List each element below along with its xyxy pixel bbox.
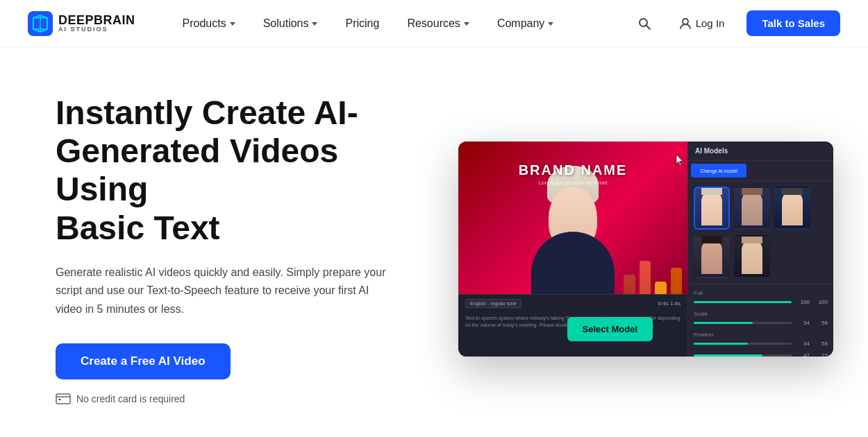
mockup-brand-name: BRAND NAME — [519, 162, 628, 178]
chevron-down-icon — [312, 22, 317, 26]
brand-name: DEEPBRAIN — [58, 14, 135, 26]
position-y-slider[interactable] — [694, 354, 792, 357]
mouse-cursor-icon — [676, 154, 684, 166]
position-x-slider[interactable] — [694, 343, 792, 345]
model-thumb-1[interactable] — [694, 187, 730, 230]
svg-line-2 — [646, 26, 650, 29]
nav-solutions[interactable]: Solutions — [249, 0, 332, 47]
model-thumb-2[interactable] — [734, 187, 770, 230]
model-thumb-3[interactable] — [774, 187, 810, 230]
hero-subtext: Generate realistic AI videos quickly and… — [56, 264, 389, 318]
search-icon — [637, 17, 651, 31]
scale-slider[interactable] — [694, 322, 792, 324]
select-model-button[interactable]: Select Model — [567, 317, 653, 341]
hero-heading: Instantly Create AI- Generated Videos Us… — [56, 94, 417, 247]
hero-content: Instantly Create AI- Generated Videos Us… — [56, 94, 417, 404]
brand-overlay: BRAND NAME Lorem ipsum dolor sit a met — [519, 162, 628, 186]
nav-resources[interactable]: Resources — [393, 0, 483, 47]
product-screenshot: BRAND NAME Lorem ipsum dolor sit a met — [458, 142, 833, 357]
nav-products[interactable]: Products — [169, 0, 249, 47]
control-label-scale: Scale — [694, 311, 828, 317]
nav-pricing[interactable]: Pricing — [331, 0, 393, 47]
search-button[interactable] — [632, 11, 657, 36]
login-button[interactable]: Log In — [668, 12, 736, 35]
time-indicator: 0:4s 1:4s — [658, 300, 681, 307]
model-thumb-4[interactable] — [694, 235, 730, 278]
control-label-position: Position — [694, 332, 828, 338]
navbar: DEEPBRAIN AI STUDIOS Products Solutions … — [0, 0, 868, 47]
create-free-video-button[interactable]: Create a Free AI Video — [56, 343, 231, 379]
chevron-down-icon — [464, 22, 469, 26]
model-row-2 — [694, 235, 828, 278]
timeline-controls: English - regular tone 0:4s 1:4s — [458, 295, 687, 312]
no-card-notice: No credit card is required — [56, 393, 417, 404]
hero-mockup: BRAND NAME Lorem ipsum dolor sit a met — [458, 142, 833, 357]
model-row-1 — [694, 187, 828, 230]
logo-icon — [28, 11, 53, 36]
control-label-full: Full — [694, 290, 828, 296]
nav-right: Log In Talk to Sales — [632, 10, 840, 36]
chevron-down-icon — [230, 22, 235, 26]
nav-company[interactable]: Company — [483, 0, 567, 47]
model-thumbnails — [688, 181, 833, 284]
video-preview: BRAND NAME Lorem ipsum dolor sit a met — [458, 142, 687, 357]
full-slider[interactable] — [694, 301, 792, 303]
control-position-y: 47 23 — [694, 352, 828, 357]
svg-rect-6 — [58, 399, 61, 400]
panel-title: AI Models — [688, 142, 833, 161]
language-badge: English - regular tone — [465, 299, 521, 308]
control-scale: 34 56 — [694, 320, 828, 326]
nav-links: Products Solutions Pricing Resources Com… — [169, 0, 632, 47]
panel-tool-1[interactable]: Change AI model — [691, 164, 746, 178]
control-position-x: 34 56 — [694, 341, 828, 347]
ai-models-panel: AI Models Change AI model — [687, 142, 833, 357]
mockup-brand-sub: Lorem ipsum dolor sit a met — [519, 180, 628, 186]
brand-sub: AI STUDIOS — [58, 26, 135, 33]
model-thumb-5[interactable] — [734, 235, 770, 278]
talk-to-sales-button[interactable]: Talk to Sales — [746, 10, 840, 36]
panel-toolbar: Change AI model — [688, 161, 833, 181]
svg-point-3 — [683, 19, 688, 24]
panel-controls: Full 100 100 Scale 34 — [688, 284, 833, 357]
user-icon — [679, 17, 692, 30]
hero-section: Instantly Create AI- Generated Videos Us… — [0, 47, 868, 437]
logo[interactable]: DEEPBRAIN AI STUDIOS — [28, 11, 135, 36]
credit-card-icon — [56, 393, 71, 404]
svg-rect-4 — [56, 394, 70, 404]
chevron-down-icon — [548, 22, 553, 26]
control-full: 100 100 — [694, 299, 828, 305]
